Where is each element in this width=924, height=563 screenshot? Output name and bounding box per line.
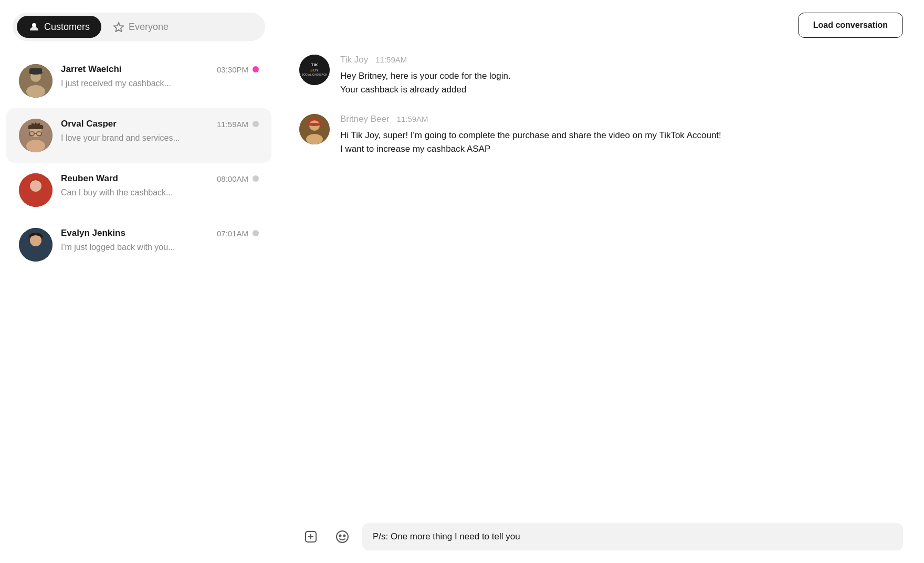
- svg-point-3: [26, 85, 45, 98]
- svg-point-31: [344, 535, 345, 537]
- conv-preview-evalyn: I'm just logged back with you...: [61, 242, 259, 253]
- svg-point-29: [337, 531, 348, 543]
- avatar-orval: [19, 119, 52, 152]
- status-dot-jarret: [253, 66, 259, 72]
- conv-name-evalyn: Evalyn Jenkins: [61, 228, 125, 238]
- conv-item-reuben[interactable]: Reuben Ward 08:00AM Can I buy with the c…: [6, 163, 271, 217]
- avatar-reuben: [19, 173, 52, 207]
- svg-point-8: [26, 140, 45, 152]
- avatar-jarret: [19, 64, 52, 98]
- conv-meta-evalyn: 07:01AM: [217, 229, 259, 238]
- avatar-evalyn: [19, 228, 52, 262]
- message-input[interactable]: [362, 523, 903, 550]
- messages-area: TIK JOY SOCIAL CASHBACK Tik Joy 11:59AM …: [299, 55, 903, 519]
- avatar-britney: [299, 114, 330, 144]
- message-item-tikjoy: TIK JOY SOCIAL CASHBACK Tik Joy 11:59AM …: [299, 55, 903, 97]
- status-dot-reuben: [253, 175, 259, 182]
- conv-item-jarret[interactable]: Jarret Waelchi 03:30PM I just received m…: [6, 54, 271, 108]
- conv-time-reuben: 08:00AM: [217, 174, 248, 183]
- conv-content-jarret: Jarret Waelchi 03:30PM I just received m…: [61, 64, 259, 89]
- svg-text:TIK: TIK: [311, 62, 318, 67]
- conv-preview-reuben: Can I buy with the cashback...: [61, 187, 259, 199]
- msg-name-tikjoy: Tik Joy: [340, 55, 368, 65]
- right-panel: Load conversation TIK JOY SOCIAL CASHBAC…: [278, 0, 924, 563]
- msg-time-britney: 11:59AM: [397, 114, 428, 123]
- tab-everyone[interactable]: Everyone: [101, 16, 180, 38]
- conv-content-orval: Orval Casper 11:59AM I love your brand a…: [61, 119, 259, 144]
- conv-preview-jarret: I just received my cashback...: [61, 78, 259, 89]
- conv-content-evalyn: Evalyn Jenkins 07:01AM I'm just logged b…: [61, 228, 259, 253]
- conv-name-orval: Orval Casper: [61, 119, 117, 129]
- conv-name-jarret: Jarret Waelchi: [61, 64, 122, 75]
- conv-time-jarret: 03:30PM: [217, 65, 248, 74]
- conv-content-reuben: Reuben Ward 08:00AM Can I buy with the c…: [61, 173, 259, 199]
- msg-time-tikjoy: 11:59AM: [375, 55, 407, 64]
- input-area: [299, 519, 903, 550]
- conversation-list: Jarret Waelchi 03:30PM I just received m…: [0, 54, 278, 563]
- conv-time-evalyn: 07:01AM: [217, 229, 248, 238]
- avatar-tikjoy: TIK JOY SOCIAL CASHBACK: [299, 55, 330, 85]
- everyone-icon: [113, 21, 124, 33]
- svg-point-25: [308, 123, 321, 126]
- svg-point-0: [32, 23, 36, 27]
- conv-meta-reuben: 08:00AM: [217, 174, 259, 183]
- status-dot-evalyn: [253, 230, 259, 236]
- message-item-britney: Britney Beer 11:59AM Hi Tik Joy, super! …: [299, 114, 903, 157]
- svg-rect-5: [29, 68, 42, 74]
- conv-item-evalyn[interactable]: Evalyn Jenkins 07:01AM I'm just logged b…: [6, 217, 271, 272]
- conv-meta-jarret: 03:30PM: [217, 65, 259, 74]
- status-dot-orval: [253, 121, 259, 127]
- msg-body-tikjoy: Tik Joy 11:59AM Hey Britney, here is you…: [340, 55, 903, 97]
- svg-point-16: [30, 235, 41, 246]
- emoji-button[interactable]: [331, 525, 354, 548]
- conv-name-reuben: Reuben Ward: [61, 173, 118, 184]
- msg-text-britney: Hi Tik Joy, super! I'm going to complete…: [340, 129, 903, 157]
- conv-time-orval: 11:59AM: [217, 120, 248, 129]
- tab-customers[interactable]: Customers: [17, 16, 101, 38]
- svg-point-13: [30, 180, 41, 192]
- conv-preview-orval: I love your brand and services...: [61, 132, 259, 144]
- msg-name-britney: Britney Beer: [340, 114, 390, 124]
- tab-bar: Customers Everyone: [13, 13, 265, 41]
- conv-item-orval[interactable]: Orval Casper 11:59AM I love your brand a…: [6, 108, 271, 163]
- left-panel: Customers Everyone: [0, 0, 278, 563]
- svg-text:JOY: JOY: [310, 68, 319, 72]
- svg-text:SOCIAL CASHBACK: SOCIAL CASHBACK: [302, 73, 328, 76]
- customers-icon: [28, 21, 40, 33]
- tab-everyone-label: Everyone: [129, 22, 169, 33]
- tab-customers-label: Customers: [44, 22, 90, 33]
- msg-text-tikjoy: Hey Britney, here is your code for the l…: [340, 69, 903, 97]
- svg-point-24: [306, 134, 323, 144]
- right-header: Load conversation: [299, 13, 903, 38]
- svg-point-30: [340, 535, 341, 537]
- conv-meta-orval: 11:59AM: [217, 120, 259, 129]
- attachment-button[interactable]: [299, 525, 322, 548]
- svg-point-17: [26, 249, 45, 262]
- load-conversation-button[interactable]: Load conversation: [798, 13, 903, 38]
- msg-body-britney: Britney Beer 11:59AM Hi Tik Joy, super! …: [340, 114, 903, 157]
